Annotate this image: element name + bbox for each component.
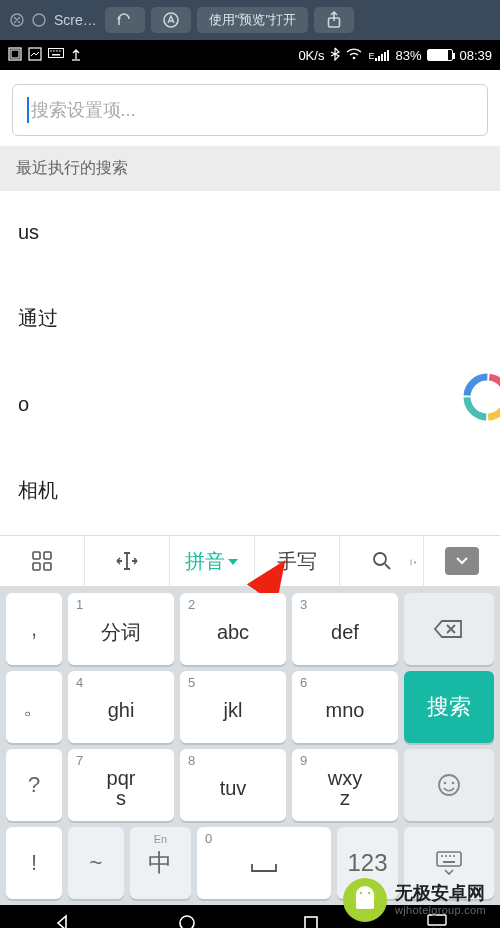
key-search[interactable]: 搜索 (404, 671, 494, 743)
keyboard-toolbar: 拼音 手写 (0, 535, 500, 587)
bluetooth-icon (330, 47, 340, 64)
key-6-mno[interactable]: 6mno (292, 671, 398, 743)
battery-icon (427, 49, 453, 61)
watermark-title: 无极安卓网 (395, 883, 486, 904)
svg-point-8 (50, 50, 52, 52)
search-input[interactable]: 搜索设置项... (12, 84, 488, 136)
screenshot-icon (28, 47, 42, 64)
key-2-abc[interactable]: 2abc (180, 593, 286, 665)
markup-button[interactable] (151, 7, 191, 33)
svg-point-38 (180, 916, 194, 928)
svg-rect-15 (378, 56, 380, 61)
key-3-def[interactable]: 3def (292, 593, 398, 665)
svg-point-34 (445, 855, 447, 857)
svg-point-44 (368, 892, 370, 894)
svg-point-33 (441, 855, 443, 857)
recent-item[interactable]: us (0, 191, 500, 275)
signal-icon: E (368, 49, 389, 61)
svg-rect-5 (11, 50, 19, 58)
watermark-logo-icon (343, 878, 387, 922)
nav-back-icon[interactable] (52, 913, 72, 928)
key-question[interactable]: ? (6, 749, 62, 821)
recent-item[interactable]: 通过 (0, 275, 500, 363)
svg-rect-24 (44, 552, 51, 559)
svg-rect-26 (44, 563, 51, 570)
svg-point-28 (414, 562, 416, 564)
svg-point-43 (360, 892, 362, 894)
window-title: Scre… (54, 12, 97, 28)
kb-collapse-holder (424, 536, 500, 586)
kb-collapse-button[interactable] (445, 547, 479, 575)
kb-cursor-mode-icon[interactable] (85, 536, 170, 586)
key-tilde[interactable]: ~ (68, 827, 124, 899)
key-4-ghi[interactable]: 4ghi (68, 671, 174, 743)
svg-rect-12 (52, 54, 60, 56)
keyboard: , 1分词 2abc 3def 。 4ghi 5jkl 6mno 搜索 ? 7p… (0, 587, 500, 905)
recent-item[interactable]: 相机 (0, 447, 500, 535)
svg-point-35 (449, 855, 451, 857)
svg-point-11 (59, 50, 61, 52)
mac-toolbar: Scre… 使用"预览"打开 (0, 0, 500, 40)
recent-item[interactable]: o (0, 363, 500, 447)
key-8-tuv[interactable]: 8tuv (180, 749, 286, 821)
key-9-wxyz[interactable]: 9wxy z (292, 749, 398, 821)
clock: 08:39 (459, 48, 492, 63)
nav-home-icon[interactable] (177, 913, 197, 928)
svg-rect-14 (375, 58, 377, 61)
svg-point-36 (453, 855, 455, 857)
close-icon[interactable] (10, 13, 24, 27)
svg-point-31 (452, 782, 455, 785)
rotate-button[interactable] (105, 7, 145, 33)
key-space[interactable]: 0 (197, 827, 331, 899)
wifi-icon (346, 48, 362, 63)
open-with-preview-button[interactable]: 使用"预览"打开 (197, 7, 308, 33)
key-exclaim[interactable]: ! (6, 827, 62, 899)
svg-rect-16 (381, 54, 383, 61)
svg-rect-37 (443, 861, 455, 863)
search-container: 搜索设置项... (0, 70, 500, 146)
battery-pct: 83% (395, 48, 421, 63)
svg-rect-17 (384, 52, 386, 61)
upload-icon (70, 47, 82, 64)
kb-mode-pinyin[interactable]: 拼音 (170, 536, 255, 586)
svg-point-13 (353, 56, 356, 59)
window-mode-icon[interactable] (32, 13, 46, 27)
svg-point-1 (33, 14, 45, 26)
kb-search-icon[interactable] (340, 536, 425, 586)
key-comma[interactable]: , (6, 593, 62, 665)
svg-point-30 (444, 782, 447, 785)
watermark-url: wjhotelgroup.com (395, 904, 486, 917)
nav-recent-icon[interactable] (301, 913, 321, 928)
key-5-jkl[interactable]: 5jkl (180, 671, 286, 743)
svg-rect-7 (49, 48, 64, 57)
watermark: 无极安卓网 wjhotelgroup.com (339, 876, 490, 924)
search-placeholder: 搜索设置项... (31, 98, 136, 122)
key-emoji[interactable] (404, 749, 494, 821)
key-period[interactable]: 。 (6, 671, 62, 743)
svg-rect-39 (305, 917, 317, 928)
recent-section-header: 最近执行的搜索 (0, 146, 500, 191)
kb-mode-handwrite[interactable]: 手写 (255, 536, 340, 586)
share-button[interactable] (314, 7, 354, 33)
svg-point-10 (56, 50, 58, 52)
text-cursor (27, 97, 29, 123)
keyboard-status-icon (48, 48, 64, 63)
svg-rect-23 (33, 552, 40, 559)
svg-rect-25 (33, 563, 40, 570)
svg-point-29 (439, 775, 459, 795)
key-backspace[interactable] (404, 593, 494, 665)
svg-point-27 (374, 553, 386, 565)
key-1[interactable]: 1分词 (68, 593, 174, 665)
key-lang-toggle[interactable]: En中 (130, 827, 191, 899)
key-7-pqrs[interactable]: 7pqr s (68, 749, 174, 821)
assistant-ring-icon[interactable] (460, 370, 500, 424)
net-speed: 0K/s (298, 48, 324, 63)
svg-rect-32 (437, 852, 461, 866)
svg-point-9 (53, 50, 55, 52)
svg-rect-18 (387, 50, 389, 61)
phone-status-bar: 0K/s E 83% 08:39 (0, 40, 500, 70)
kb-grid-icon[interactable] (0, 536, 85, 586)
notification-icon (8, 47, 22, 64)
